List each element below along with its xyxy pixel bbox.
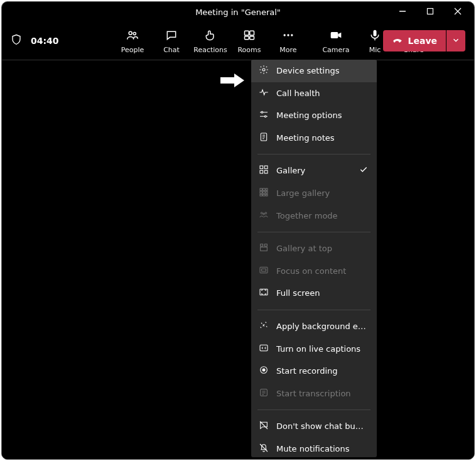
svg-point-12 bbox=[291, 34, 293, 36]
leave-label: Leave bbox=[408, 36, 437, 46]
people-button[interactable]: People bbox=[115, 25, 150, 57]
svg-point-39 bbox=[261, 212, 262, 214]
svg-rect-45 bbox=[260, 267, 268, 273]
menu-label: Device settings bbox=[276, 66, 339, 76]
menu-item-gallery-at-top: Gallery at top bbox=[251, 237, 377, 260]
svg-point-11 bbox=[287, 34, 289, 36]
svg-rect-14 bbox=[374, 30, 377, 36]
menu-item-meeting-options[interactable]: Meeting options bbox=[251, 104, 377, 127]
people-icon bbox=[126, 29, 139, 43]
reactions-button[interactable]: Reactions bbox=[193, 25, 228, 57]
svg-point-40 bbox=[265, 212, 267, 214]
maximize-button[interactable] bbox=[416, 2, 444, 21]
svg-rect-30 bbox=[260, 188, 262, 190]
menu-label: Mute notifications bbox=[276, 444, 350, 454]
menu-item-hide-chat-bubbles[interactable]: Don't show chat bubbles bbox=[251, 415, 377, 438]
svg-point-50 bbox=[262, 369, 265, 371]
svg-rect-26 bbox=[260, 166, 263, 169]
leave-dropdown-button[interactable] bbox=[446, 30, 465, 52]
more-icon bbox=[282, 29, 295, 43]
svg-point-10 bbox=[284, 34, 286, 36]
svg-rect-44 bbox=[261, 247, 268, 251]
menu-label: Focus on content bbox=[276, 266, 346, 276]
menu-item-mute-notifications[interactable]: Mute notifications bbox=[251, 438, 377, 457]
gear-icon bbox=[259, 65, 269, 77]
svg-line-56 bbox=[260, 444, 268, 452]
chat-button[interactable]: Chat bbox=[154, 25, 189, 57]
shield-icon bbox=[11, 34, 22, 48]
svg-rect-46 bbox=[262, 269, 266, 271]
menu-label: Call health bbox=[276, 89, 320, 99]
close-button[interactable] bbox=[444, 2, 472, 21]
camera-icon bbox=[330, 29, 342, 43]
camera-label: Camera bbox=[322, 46, 349, 54]
menu-item-focus-on-content: Focus on content bbox=[251, 260, 377, 283]
svg-rect-9 bbox=[250, 36, 254, 40]
menu-label: Meeting notes bbox=[276, 133, 335, 143]
svg-rect-32 bbox=[266, 188, 268, 190]
menu-item-full-screen[interactable]: Full screen bbox=[251, 282, 377, 305]
menu-label: Gallery bbox=[276, 166, 305, 176]
menu-label: Start recording bbox=[276, 366, 338, 376]
arrow-pointer-icon bbox=[220, 73, 244, 90]
hang-up-icon bbox=[392, 35, 403, 48]
menu-item-meeting-notes[interactable]: Meeting notes bbox=[251, 127, 377, 149]
svg-rect-27 bbox=[264, 166, 268, 169]
chat-off-icon bbox=[259, 420, 269, 433]
check-icon bbox=[359, 165, 368, 176]
menu-item-background-effects[interactable]: Apply background effe... bbox=[251, 315, 377, 338]
svg-rect-1 bbox=[428, 9, 433, 14]
window-title: Meeting in "General" bbox=[195, 8, 281, 17]
svg-rect-31 bbox=[263, 188, 265, 190]
more-button[interactable]: More bbox=[271, 25, 306, 57]
svg-rect-42 bbox=[261, 244, 263, 246]
menu-label: Gallery at top bbox=[276, 244, 332, 254]
svg-rect-37 bbox=[263, 194, 265, 196]
menu-label: Full screen bbox=[276, 288, 320, 298]
svg-rect-7 bbox=[250, 31, 254, 35]
rooms-label: Rooms bbox=[237, 46, 261, 54]
call-timer: 04:40 bbox=[31, 36, 59, 46]
leave-button[interactable]: Leave bbox=[383, 30, 446, 52]
menu-label: Apply background effe... bbox=[276, 322, 368, 332]
minimize-button[interactable] bbox=[389, 2, 416, 21]
sparkle-icon bbox=[259, 320, 269, 333]
menu-separator bbox=[257, 232, 371, 232]
rooms-icon bbox=[243, 29, 256, 43]
menu-item-together-mode: Together mode bbox=[251, 205, 377, 227]
svg-rect-6 bbox=[245, 31, 249, 35]
svg-rect-38 bbox=[266, 194, 268, 196]
svg-point-21 bbox=[264, 116, 266, 117]
svg-rect-35 bbox=[266, 192, 268, 193]
meeting-content-area bbox=[2, 60, 474, 459]
menu-item-live-captions[interactable]: Turn on live captions bbox=[251, 338, 377, 361]
menu-label: Start transcription bbox=[276, 389, 351, 399]
menu-label: Together mode bbox=[276, 211, 338, 221]
svg-rect-8 bbox=[245, 36, 249, 40]
large-grid-icon bbox=[259, 187, 269, 200]
svg-rect-48 bbox=[260, 345, 268, 350]
titlebar: Meeting in "General" bbox=[2, 2, 474, 22]
svg-rect-28 bbox=[260, 171, 263, 174]
meeting-toolbar: 04:40 People Chat Reactions Rooms More bbox=[2, 22, 474, 60]
menu-label: Don't show chat bubbles bbox=[276, 421, 368, 431]
bell-off-icon bbox=[259, 443, 269, 455]
camera-button[interactable]: Camera bbox=[318, 25, 354, 57]
menu-item-gallery[interactable]: Gallery bbox=[251, 160, 377, 182]
svg-rect-33 bbox=[260, 192, 262, 193]
reactions-icon bbox=[204, 29, 217, 43]
transcription-icon bbox=[259, 388, 269, 400]
rooms-button[interactable]: Rooms bbox=[232, 25, 267, 57]
svg-rect-34 bbox=[263, 192, 265, 193]
mic-icon bbox=[369, 29, 381, 43]
sliders-icon bbox=[259, 109, 269, 122]
svg-point-4 bbox=[129, 31, 132, 35]
svg-point-17 bbox=[262, 68, 265, 71]
svg-point-5 bbox=[133, 32, 136, 35]
menu-item-device-settings[interactable]: Device settings bbox=[251, 60, 377, 82]
record-icon bbox=[259, 365, 269, 377]
menu-label: Meeting options bbox=[276, 111, 342, 121]
menu-item-start-recording[interactable]: Start recording bbox=[251, 360, 377, 382]
grid-icon bbox=[259, 165, 269, 177]
menu-item-call-health[interactable]: Call health bbox=[251, 82, 377, 105]
